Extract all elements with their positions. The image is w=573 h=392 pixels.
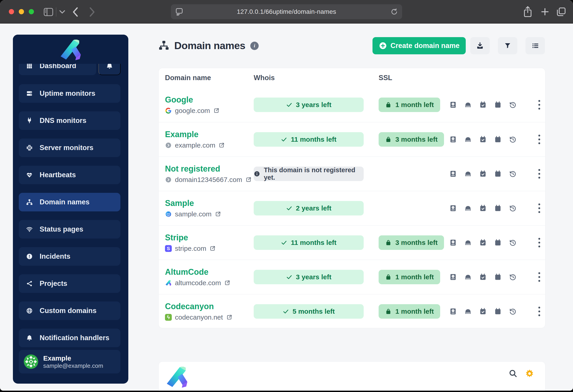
check-expiry-button[interactable]: [479, 273, 487, 281]
sidebar-item-incidents[interactable]: Incidents: [19, 247, 120, 266]
sidebar-item-domain-names[interactable]: Domain names: [19, 193, 120, 211]
external-link-icon[interactable]: [245, 177, 252, 183]
sidebar-item-dns-monitors[interactable]: DNS monitors: [19, 111, 120, 130]
history-button[interactable]: [509, 308, 517, 315]
external-link-icon[interactable]: [218, 142, 225, 148]
share-icon[interactable]: [523, 6, 532, 18]
history-icon: [509, 239, 517, 246]
new-tab-icon[interactable]: [540, 7, 550, 16]
whois-details-button[interactable]: [449, 239, 457, 247]
calendar-icon: [494, 170, 501, 178]
ssl-badge: 1 month left: [379, 270, 440, 284]
external-link-icon[interactable]: [224, 280, 230, 286]
search-button[interactable]: [508, 369, 518, 379]
sidebar-item-server-monitors[interactable]: Server monitors: [19, 139, 120, 157]
sidebar-item-label: Domain names: [40, 198, 90, 206]
calendar-button[interactable]: [494, 204, 502, 212]
calendar-check-icon: [479, 136, 486, 143]
history-button[interactable]: [509, 204, 517, 212]
calendar-button[interactable]: [494, 101, 502, 109]
sidebar-item-heartbeats[interactable]: Heartbeats: [19, 166, 120, 184]
row-menu-button[interactable]: [537, 305, 541, 318]
calendar-button[interactable]: [494, 170, 502, 178]
address-bar[interactable]: 127.0.0.1/66uptime/domain-names: [171, 4, 402, 19]
history-button[interactable]: [509, 239, 517, 247]
whois-details-button[interactable]: [449, 101, 457, 109]
row-menu-button[interactable]: [537, 99, 541, 111]
close-window-button[interactable]: [9, 9, 14, 14]
row-menu-button[interactable]: [537, 236, 541, 249]
row-menu-button[interactable]: [537, 271, 541, 283]
sidebar-item-uptime-monitors[interactable]: Uptime monitors: [19, 84, 120, 103]
forward-button[interactable]: [89, 7, 95, 17]
calendar-button[interactable]: [494, 239, 502, 247]
info-icon[interactable]: i: [250, 42, 259, 50]
sidebar-item-notification-handlers[interactable]: Notification handlers: [19, 329, 120, 347]
nameservers-button[interactable]: [464, 204, 472, 212]
tab-overview-icon[interactable]: [556, 7, 566, 17]
filter-button[interactable]: [498, 37, 517, 54]
whois-details-button[interactable]: [449, 308, 457, 315]
calendar-button[interactable]: [494, 308, 502, 315]
back-button[interactable]: [72, 7, 79, 17]
whois-details-button[interactable]: [449, 170, 457, 178]
history-button[interactable]: [509, 273, 517, 281]
sidebar-toggle-icon[interactable]: [43, 8, 54, 16]
nameservers-button[interactable]: [464, 170, 472, 178]
table-row: Stripe S stripe.com 11 months left 3 mon…: [159, 225, 545, 260]
nameservers-button[interactable]: [464, 239, 472, 247]
sidebar-item-label: Uptime monitors: [40, 89, 95, 98]
check-expiry-button[interactable]: [479, 308, 487, 315]
page-settings-icon[interactable]: [175, 8, 183, 17]
domain-name-link[interactable]: Google: [165, 95, 254, 105]
domain-name-link[interactable]: Codecanyon: [165, 302, 254, 311]
check-expiry-button[interactable]: [479, 239, 487, 247]
external-link-icon[interactable]: [213, 107, 219, 114]
check-expiry-button[interactable]: [479, 204, 487, 212]
zoom-window-button[interactable]: [29, 9, 34, 14]
sidebar-item-status-pages[interactable]: Status pages: [19, 220, 120, 239]
domain-name-link[interactable]: AltumCode: [165, 267, 254, 277]
external-link-icon[interactable]: [209, 245, 216, 252]
row-menu-button[interactable]: [537, 133, 541, 145]
history-button[interactable]: [509, 170, 517, 178]
check-expiry-button[interactable]: [479, 170, 487, 178]
nameservers-button[interactable]: [464, 308, 472, 315]
export-button[interactable]: [470, 37, 490, 54]
calendar-button[interactable]: [494, 273, 502, 281]
whois-details-button[interactable]: [449, 136, 457, 143]
nameservers-button[interactable]: [464, 101, 472, 109]
check-expiry-button[interactable]: [479, 136, 487, 143]
domain-name-link[interactable]: Example: [165, 130, 254, 139]
microchip-icon: [26, 144, 33, 151]
sidebar-item-label: Server monitors: [40, 144, 93, 152]
domain-name-link[interactable]: Sample: [165, 198, 254, 208]
sidebar-item-projects[interactable]: Projects: [19, 274, 120, 293]
domain-name-link[interactable]: Not registered: [165, 164, 254, 174]
theme-toggle-button[interactable]: [525, 369, 534, 379]
calendar-check-icon: [479, 273, 486, 281]
calendar-button[interactable]: [494, 136, 502, 143]
nameservers-button[interactable]: [464, 273, 472, 281]
passport-icon: [449, 136, 457, 143]
external-link-icon[interactable]: [215, 211, 221, 217]
whois-details-button[interactable]: [449, 273, 457, 281]
create-domain-name-button[interactable]: Create domain name: [373, 37, 466, 54]
history-button[interactable]: [509, 136, 517, 143]
profile-card[interactable]: Example sample@example.com: [19, 350, 120, 374]
reload-icon[interactable]: [390, 8, 398, 17]
list-view-button[interactable]: [525, 37, 545, 54]
sidebar-item-custom-domains[interactable]: Custom domains: [19, 302, 120, 320]
domain-name-link[interactable]: Stripe: [165, 233, 254, 242]
row-menu-button[interactable]: [537, 202, 541, 214]
minimize-window-button[interactable]: [19, 9, 24, 14]
chevron-down-icon[interactable]: [59, 10, 65, 14]
external-link-icon[interactable]: [226, 314, 233, 321]
check-expiry-button[interactable]: [479, 101, 487, 109]
history-icon: [509, 205, 517, 212]
passport-icon: [449, 239, 457, 246]
nameservers-button[interactable]: [464, 136, 472, 143]
row-menu-button[interactable]: [537, 168, 541, 180]
history-button[interactable]: [509, 101, 517, 109]
whois-details-button[interactable]: [449, 204, 457, 212]
